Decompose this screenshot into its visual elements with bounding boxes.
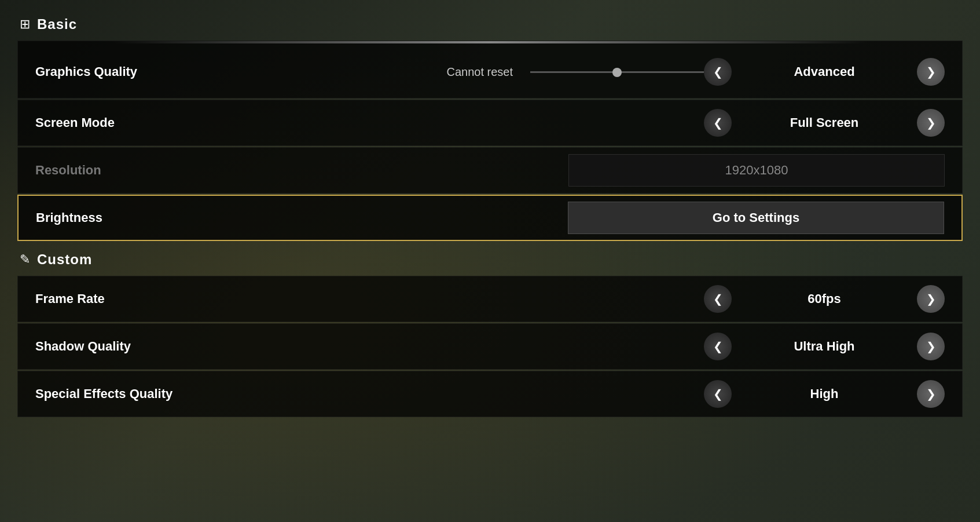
shadow-quality-row: Shadow Quality ❮ Ultra High ❯ — [17, 323, 963, 370]
custom-icon: ✎ — [20, 252, 30, 267]
graphics-divider — [18, 41, 962, 43]
graphics-slider-line[interactable] — [530, 71, 704, 73]
cannot-reset-text: Cannot reset — [446, 65, 513, 79]
screen-mode-next-button[interactable]: ❯ — [917, 109, 945, 137]
resolution-label: Resolution — [35, 163, 267, 178]
resolution-control: 1920x1080 — [568, 154, 945, 187]
special-effects-quality-value: High — [737, 386, 911, 401]
basic-icon: ⊞ — [20, 17, 30, 32]
special-effects-quality-label: Special Effects Quality — [35, 386, 267, 401]
graphics-slider-container: Cannot reset — [446, 65, 704, 79]
resolution-row: Resolution 1920x1080 — [17, 147, 963, 194]
frame-rate-prev-button[interactable]: ❮ — [704, 285, 732, 313]
resolution-value: 1920x1080 — [568, 154, 945, 187]
shadow-quality-next-button[interactable]: ❯ — [917, 333, 945, 360]
special-effects-quality-control: ❮ High ❯ — [704, 380, 945, 408]
brightness-row: Brightness Go to Settings — [17, 195, 963, 241]
screen-mode-row: Screen Mode ❮ Full Screen ❯ — [17, 100, 963, 146]
graphics-main: Graphics Quality Cannot reset ❮ Advanced… — [18, 46, 962, 98]
graphics-prev-button[interactable]: ❮ — [704, 58, 732, 86]
shadow-quality-value: Ultra High — [737, 339, 911, 354]
brightness-label: Brightness — [36, 210, 267, 225]
screen-mode-value: Full Screen — [737, 115, 911, 130]
basic-section-header: ⊞ Basic — [17, 12, 963, 37]
go-to-settings-button[interactable]: Go to Settings — [568, 202, 944, 234]
graphics-quality-row: Graphics Quality Cannot reset ❮ Advanced… — [17, 41, 963, 98]
frame-rate-row: Frame Rate ❮ 60fps ❯ — [17, 276, 963, 322]
graphics-quality-control: Cannot reset ❮ Advanced ❯ — [446, 58, 945, 86]
frame-rate-label: Frame Rate — [35, 291, 267, 306]
screen-mode-prev-button[interactable]: ❮ — [704, 109, 732, 137]
custom-title: Custom — [37, 251, 92, 268]
special-effects-prev-button[interactable]: ❮ — [704, 380, 732, 408]
screen-mode-control: ❮ Full Screen ❯ — [704, 109, 945, 137]
shadow-quality-label: Shadow Quality — [35, 339, 267, 354]
brightness-control: Go to Settings — [568, 202, 944, 234]
frame-rate-next-button[interactable]: ❯ — [917, 285, 945, 313]
shadow-quality-control: ❮ Ultra High ❯ — [704, 333, 945, 360]
special-effects-next-button[interactable]: ❯ — [917, 380, 945, 408]
frame-rate-control: ❮ 60fps ❯ — [704, 285, 945, 313]
graphics-next-button[interactable]: ❯ — [917, 58, 945, 86]
graphics-quality-label: Graphics Quality — [35, 64, 267, 79]
settings-panel: ⊞ Basic Graphics Quality Cannot reset ❮ … — [0, 0, 980, 430]
frame-rate-value: 60fps — [737, 291, 911, 306]
basic-title: Basic — [37, 16, 77, 32]
screen-mode-label: Screen Mode — [35, 115, 267, 130]
custom-section-header: ✎ Custom — [17, 247, 963, 272]
graphics-quality-value: Advanced — [737, 64, 911, 79]
special-effects-quality-row: Special Effects Quality ❮ High ❯ — [17, 371, 963, 417]
graphics-slider-handle[interactable] — [612, 68, 622, 77]
shadow-quality-prev-button[interactable]: ❮ — [704, 333, 732, 360]
